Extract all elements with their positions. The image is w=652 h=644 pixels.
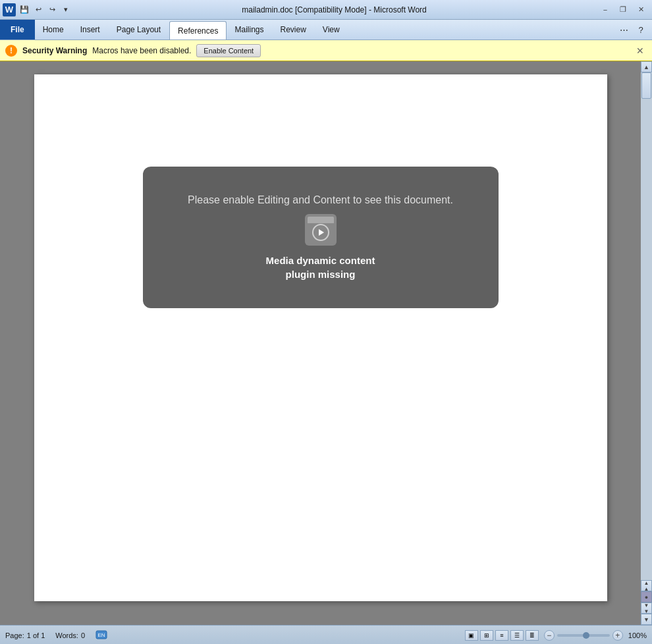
- security-warning-message: Macros have been disabled.: [92, 46, 191, 55]
- status-words-value: 0: [81, 631, 85, 639]
- qa-dropdown-btn[interactable]: ▾: [60, 4, 72, 16]
- status-language-icon[interactable]: EN: [95, 630, 107, 641]
- web-layout-view-icon[interactable]: ≡: [495, 630, 508, 641]
- window-controls: − ❐ ✕: [597, 3, 649, 16]
- ribbon-tabs: File Home Insert Page Layout References …: [0, 20, 652, 40]
- security-warning-icon: !: [5, 45, 17, 57]
- tab-page-layout[interactable]: Page Layout: [109, 20, 169, 40]
- title-bar: W 💾 ↩ ↪ ▾ mailadmin.doc [Compatibility M…: [0, 0, 652, 20]
- full-reading-view-icon[interactable]: ⊞: [480, 630, 493, 641]
- zoom-slider[interactable]: − +: [544, 630, 623, 641]
- tab-review[interactable]: Review: [272, 20, 314, 40]
- media-prompt-text: Please enable Editing and Content to see…: [188, 194, 453, 206]
- scroll-bottom-controls: ▲▲ ● ▼▼ ▼: [641, 580, 652, 625]
- status-right: ▣ ⊞ ≡ ☰ ≣ − + 100%: [465, 630, 647, 641]
- print-layout-view-icon[interactable]: ▣: [465, 630, 478, 641]
- language-icon: EN: [95, 630, 107, 641]
- scroll-page-down-button[interactable]: ▼▼: [641, 603, 652, 614]
- media-play-icon: [305, 214, 337, 246]
- status-words-label: Words:: [55, 631, 78, 639]
- tab-home[interactable]: Home: [35, 20, 72, 40]
- tab-file[interactable]: File: [0, 20, 35, 40]
- title-bar-left: W 💾 ↩ ↪ ▾: [3, 3, 72, 16]
- tab-mailings[interactable]: Mailings: [227, 20, 272, 40]
- zoom-level: 100%: [628, 631, 647, 639]
- scroll-thumb[interactable]: [641, 72, 651, 99]
- status-page: Page: 1 of 1: [5, 631, 45, 639]
- scroll-track[interactable]: [641, 72, 652, 580]
- document-area: Please enable Editing and Content to see…: [0, 61, 641, 625]
- ribbon-right-icons: ⋯ ?: [616, 20, 652, 40]
- redo-quick-btn[interactable]: ↪: [46, 4, 58, 16]
- status-bar: Page: 1 of 1 Words: 0 EN ▣ ⊞ ≡ ☰ ≣ − + 1…: [0, 625, 652, 644]
- security-close-button[interactable]: ✕: [634, 44, 647, 57]
- view-mode-icons: ▣ ⊞ ≡ ☰ ≣: [465, 630, 539, 641]
- zoom-out-button[interactable]: −: [544, 630, 555, 641]
- word-app-icon: W: [3, 3, 16, 16]
- scroll-up-button[interactable]: ▲: [641, 61, 652, 72]
- undo-quick-btn[interactable]: ↩: [32, 4, 44, 16]
- zoom-track[interactable]: [557, 634, 610, 637]
- draft-view-icon[interactable]: ≣: [526, 630, 539, 641]
- play-circle: [312, 224, 329, 241]
- media-content-box: Please enable Editing and Content to see…: [143, 167, 499, 308]
- document-page: Please enable Editing and Content to see…: [34, 74, 607, 601]
- scroll-select-browse-button[interactable]: ●: [641, 591, 652, 603]
- zoom-in-button[interactable]: +: [612, 630, 623, 641]
- close-button[interactable]: ✕: [632, 3, 649, 16]
- security-warning-title: Security Warning: [22, 46, 87, 55]
- status-page-value: 1 of 1: [27, 631, 45, 639]
- outline-view-icon[interactable]: ☰: [510, 630, 524, 641]
- scroll-down-button[interactable]: ▼: [641, 614, 652, 625]
- vertical-scrollbar[interactable]: ▲ ▲▲ ● ▼▼ ▼: [641, 61, 652, 625]
- ribbon-help-expand-icon[interactable]: ⋯: [616, 22, 631, 37]
- scroll-page-up-button[interactable]: ▲▲: [641, 580, 652, 591]
- window-title: mailadmin.doc [Compatibility Mode] - Mic…: [72, 5, 597, 14]
- status-page-label: Page:: [5, 631, 24, 639]
- zoom-thumb[interactable]: [583, 632, 589, 639]
- minimize-button[interactable]: −: [597, 3, 614, 16]
- security-warning-bar: ! Security Warning Macros have been disa…: [0, 40, 652, 61]
- tab-references[interactable]: References: [169, 21, 227, 40]
- enable-content-button[interactable]: Enable Content: [196, 44, 261, 57]
- tab-view[interactable]: View: [315, 20, 348, 40]
- quick-access-toolbar: 💾 ↩ ↪ ▾: [18, 4, 72, 16]
- play-triangle-inner: [319, 229, 324, 236]
- svg-text:EN: EN: [97, 632, 105, 638]
- tab-insert[interactable]: Insert: [72, 20, 109, 40]
- save-quick-btn[interactable]: 💾: [18, 4, 30, 16]
- ribbon: File Home Insert Page Layout References …: [0, 20, 652, 40]
- main-area: Please enable Editing and Content to see…: [0, 61, 652, 625]
- status-words: Words: 0: [55, 631, 85, 639]
- restore-button[interactable]: ❐: [614, 3, 632, 16]
- media-plugin-missing-text: Media dynamic content plugin missing: [266, 254, 375, 281]
- ribbon-help-icon[interactable]: ?: [634, 22, 648, 37]
